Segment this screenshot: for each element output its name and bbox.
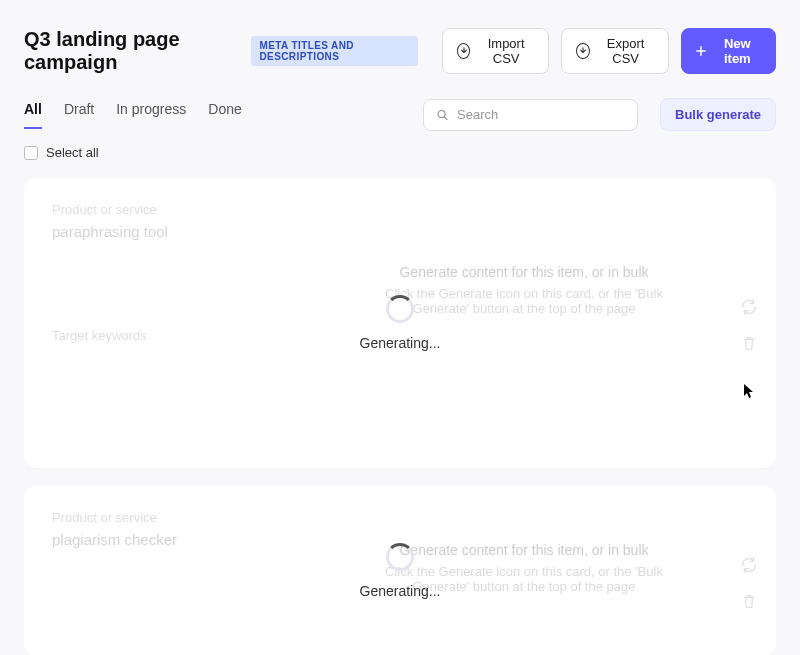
field-label: Product or service [52, 202, 748, 217]
export-csv-button[interactable]: Export CSV [561, 28, 669, 74]
page-title: Q3 landing page campaign [24, 28, 239, 74]
tab-draft[interactable]: Draft [64, 101, 94, 129]
loading-overlay: Generating... [24, 178, 776, 468]
type-badge: META TITLES AND DESCRIPTIONS [251, 36, 417, 66]
tab-in-progress[interactable]: In progress [116, 101, 186, 129]
generating-label: Generating... [360, 335, 441, 351]
refresh-icon [740, 556, 758, 574]
keywords-label: Target keywords [52, 328, 748, 343]
trash-icon [740, 334, 758, 352]
export-csv-label: Export CSV [598, 36, 654, 66]
upload-icon [576, 43, 590, 59]
select-all-label: Select all [46, 145, 99, 160]
field-value: paraphrasing tool [52, 223, 748, 240]
helper-text: Generate content for this item, or in bu… [364, 264, 684, 316]
refresh-icon [740, 298, 758, 316]
select-all-checkbox[interactable] [24, 146, 38, 160]
download-icon [457, 43, 471, 59]
plus-icon [696, 45, 706, 57]
search-input-wrap[interactable] [423, 99, 638, 131]
search-icon [436, 107, 449, 123]
select-all-row: Select all [0, 131, 800, 166]
import-csv-button[interactable]: Import CSV [442, 28, 549, 74]
svg-point-0 [438, 110, 445, 117]
helper-text: Generate content for this item, or in bu… [364, 542, 684, 594]
item-card: Product or service plagiarism checker Ge… [24, 486, 776, 655]
field-label: Product or service [52, 510, 748, 525]
controls-row: All Draft In progress Done Bulk generate [0, 90, 800, 131]
cards-list: Product or service paraphrasing tool Tar… [0, 166, 800, 655]
import-csv-label: Import CSV [478, 36, 534, 66]
page-header: Q3 landing page campaign META TITLES AND… [0, 0, 800, 90]
new-item-button[interactable]: New item [681, 28, 776, 74]
bulk-generate-button[interactable]: Bulk generate [660, 98, 776, 131]
tab-all[interactable]: All [24, 101, 42, 129]
new-item-label: New item [714, 36, 761, 66]
tab-done[interactable]: Done [208, 101, 241, 129]
search-input[interactable] [457, 107, 625, 122]
status-tabs: All Draft In progress Done [24, 101, 242, 129]
trash-icon [740, 592, 758, 610]
item-card: Product or service paraphrasing tool Tar… [24, 178, 776, 468]
